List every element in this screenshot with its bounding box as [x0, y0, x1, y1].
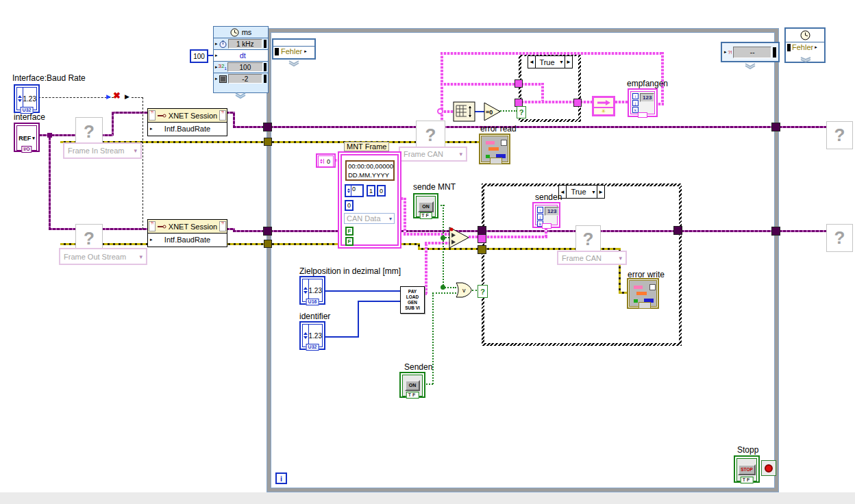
chevron-down-icon[interactable]: ▼	[558, 60, 565, 64]
frame-can-write-dropdown[interactable]: Frame CAN ▾	[557, 251, 627, 265]
senden-indicator-value[interactable]: 123	[545, 207, 559, 216]
zielposition-control[interactable]: 1.23 U16	[299, 276, 325, 305]
tunnel-frame[interactable]	[478, 234, 486, 243]
equals-zero-function[interactable]: =0	[484, 102, 501, 121]
frame-in-stream-dropdown[interactable]: Frame In Stream ▾	[63, 142, 142, 159]
case-selector-terminal-right[interactable]: ?	[478, 285, 488, 298]
identifier-control[interactable]: 1.23 U32	[299, 321, 325, 350]
tunnel-session[interactable]	[673, 226, 682, 235]
collapse-chevron-icon[interactable]	[744, 63, 756, 70]
missing-vi-right-top[interactable]: ?	[826, 121, 853, 149]
dt-constant[interactable]: 100	[190, 49, 208, 63]
empfangen-value[interactable]: 123	[640, 93, 654, 102]
select-function[interactable]	[449, 227, 470, 249]
can-data-dropdown[interactable]: CAN Data ▾	[344, 213, 395, 224]
frame-convert-function[interactable]: ✳	[592, 96, 615, 116]
case-next-icon[interactable]: ►	[597, 186, 604, 198]
missing-vi-right-bottom[interactable]: ?	[826, 224, 853, 252]
error-dot-green	[634, 299, 638, 303]
senden-indicator[interactable]: i j k 123	[532, 202, 560, 228]
tunnel-error[interactable]	[264, 138, 272, 146]
or-function[interactable]: v	[456, 282, 473, 298]
array-dims[interactable]: i j k	[632, 93, 639, 113]
chevron-down-icon[interactable]: ▼	[591, 190, 597, 194]
cluster-index-numeric[interactable]: 0	[316, 153, 336, 168]
collapse-chevron-icon[interactable]	[234, 92, 247, 99]
broken-wire-icon[interactable]: ✖	[113, 90, 121, 101]
xnet-property-node-1[interactable]: ?! XNET Session ?! ▸ Intf.BaudRate	[147, 108, 227, 136]
case-selector-top[interactable]: ◄ True ▼ ►	[528, 55, 573, 68]
missing-vi-frame-can-read[interactable]: ?	[416, 121, 445, 150]
config-source-value[interactable]: 1 kHz	[228, 39, 262, 49]
timed-loop-error-in-node[interactable]: Fehler ▸	[272, 38, 316, 60]
config-period-value[interactable]: 100	[227, 62, 263, 72]
mnt-frame-cluster[interactable]: 00:00:00,00000 DD.MM.YYYY 0 1 0 0 CAN Da…	[338, 151, 401, 249]
stop-sign-icon	[765, 464, 773, 473]
missing-vi-frame-can-write[interactable]: ?	[575, 225, 601, 253]
case-selector-terminal-top[interactable]: ?	[517, 106, 526, 118]
case-selector-top-value[interactable]: True	[536, 58, 558, 66]
right-node-value[interactable]: --	[733, 47, 771, 58]
timed-loop-error-out-node[interactable]: Fehler ▸	[784, 27, 826, 63]
cluster-bool-2[interactable]: F	[345, 237, 354, 246]
increment-decrement-icon[interactable]	[319, 159, 324, 164]
xnet-property-row[interactable]: ▸ Intf.BaudRate	[148, 123, 227, 135]
empfangen-indicator[interactable]: i j k 123	[628, 88, 658, 117]
timestamp-control[interactable]: 00:00:00,00000 DD.MM.YYYY	[345, 160, 395, 181]
timed-loop-right-node[interactable]: ▸ ?! --	[721, 42, 780, 62]
cluster-numeric-spin[interactable]: 0	[345, 184, 364, 197]
sende-mnt-control[interactable]: ON TF	[413, 193, 438, 218]
cluster-bool-1[interactable]: F	[345, 227, 354, 236]
case-selector-right[interactable]: ◄ True ▼ ►	[558, 185, 605, 199]
baud-rate-control[interactable]: 1.23 U32	[14, 84, 40, 113]
senden-button[interactable]: ON	[405, 380, 421, 391]
timed-loop-config-node[interactable]: ms ▸ 1 kHz ▸ dt ▸ 321 100 ▸ -2	[213, 26, 269, 93]
iteration-terminal[interactable]: i	[275, 473, 287, 484]
error-write-indicator[interactable]	[627, 278, 659, 309]
tunnel-session[interactable]	[263, 227, 272, 236]
config-row-processor[interactable]: ▸ -2	[214, 73, 268, 84]
collapse-chevron-icon[interactable]	[800, 57, 812, 62]
stopp-button[interactable]: STOP	[738, 464, 756, 475]
arrow-right-icon: ▸	[215, 53, 218, 58]
stopp-control[interactable]: STOP TF	[734, 455, 760, 483]
interface-ref-control[interactable]: REF ▾ I/O	[14, 123, 40, 152]
loop-stop-terminal[interactable]	[761, 460, 776, 476]
tunnel-frame[interactable]	[515, 79, 523, 88]
xnet-property-node-2[interactable]: ?! XNET Session ?! ▸ Intf.BaudRate	[147, 219, 227, 247]
payload-gen-subvi[interactable]: PAY LOAD GEN SUB VI	[400, 286, 425, 314]
error-status-box	[501, 140, 507, 146]
error-read-indicator[interactable]	[479, 134, 510, 164]
config-row-dt[interactable]: ▸ dt	[214, 50, 268, 62]
tunnel-frame[interactable]	[573, 99, 582, 107]
cluster-numeric-b[interactable]: 0	[377, 185, 386, 197]
tunnel-session[interactable]	[771, 227, 780, 236]
xnet-property-row[interactable]: ▸ Intf.BaudRate	[148, 234, 227, 246]
tunnel-error[interactable]	[264, 240, 272, 248]
tunnel-error[interactable]	[478, 245, 486, 254]
sende-mnt-button[interactable]: ON	[418, 201, 434, 212]
frame-can-read-dropdown[interactable]: Frame CAN ▾	[399, 147, 467, 162]
case-next-icon[interactable]: ►	[565, 56, 572, 68]
config-dt-label[interactable]: dt	[219, 51, 267, 60]
config-row-source[interactable]: ▸ 1 kHz	[214, 38, 268, 50]
collapse-chevron-icon[interactable]	[288, 60, 300, 67]
cluster-numeric-c[interactable]: 0	[345, 200, 354, 211]
tunnel-session[interactable]	[263, 123, 272, 131]
config-processor-value[interactable]: -2	[228, 74, 262, 84]
senden-control[interactable]: ON TF	[399, 372, 425, 398]
interface-ref-value[interactable]: REF	[18, 135, 31, 142]
cluster-numeric-a[interactable]: 1	[367, 185, 375, 197]
tunnel-session[interactable]	[771, 123, 780, 131]
config-row-period[interactable]: ▸ 321 100	[214, 62, 268, 73]
frame-out-stream-dropdown[interactable]: Frame Out Stream ▾	[59, 248, 147, 265]
cluster-index-value[interactable]: 0	[324, 158, 333, 165]
case-prev-icon[interactable]: ◄	[528, 56, 536, 68]
arrow-icon	[597, 100, 610, 105]
subvi-text: LOAD	[406, 294, 419, 300]
case-selector-right-value[interactable]: True	[567, 188, 591, 196]
increment-decrement-icon[interactable]	[346, 186, 351, 196]
frame-can-write-text: Frame CAN	[562, 254, 602, 262]
chevron-down-icon[interactable]: ▾	[32, 136, 35, 141]
array-size-function[interactable]	[453, 101, 475, 122]
